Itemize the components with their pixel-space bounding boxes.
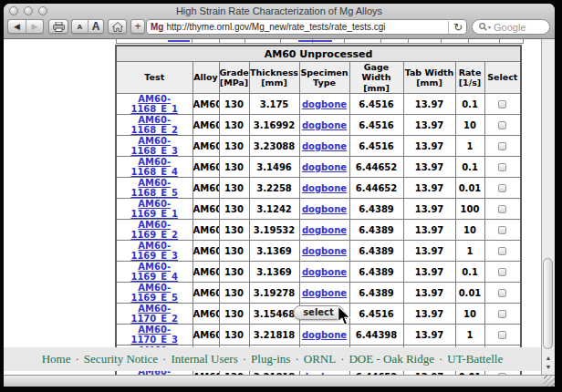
- alloy-cell: AM60: [193, 241, 219, 262]
- table-row: AM60-1168_E_2AM601303.16992dogbone6.4516…: [116, 115, 521, 136]
- test-link[interactable]: AM60-1168_E_3: [130, 136, 178, 156]
- footer-separator: ·: [76, 352, 79, 366]
- specimen-cell: dogbone: [299, 115, 349, 136]
- specimen-link[interactable]: dogbone: [302, 120, 347, 130]
- row-checkbox[interactable]: [498, 100, 506, 108]
- grade-cell: 130: [219, 220, 249, 241]
- test-link[interactable]: AM60-1168_E_5: [130, 178, 178, 198]
- footer-link-plug-ins[interactable]: Plug-ins: [251, 352, 290, 366]
- footer-link-internal-users[interactable]: Internal Users: [171, 352, 237, 366]
- specimen-link[interactable]: dogbone: [302, 288, 347, 298]
- row-checkbox[interactable]: [498, 310, 506, 318]
- test-cell: AM60-1168_E_1: [116, 94, 193, 115]
- specimen-link[interactable]: dogbone: [302, 141, 347, 151]
- row-checkbox[interactable]: [498, 142, 506, 150]
- thickness-cell: 3.19532: [249, 220, 299, 241]
- specimen-link[interactable]: dogbone: [302, 204, 347, 214]
- table-row: AM60-1168_E_1AM601303.175dogbone6.451613…: [116, 94, 521, 115]
- row-checkbox[interactable]: [498, 268, 506, 276]
- footer-link-ornl[interactable]: ORNL: [304, 352, 336, 366]
- row-checkbox[interactable]: [498, 247, 506, 255]
- footer-link-ut-battelle[interactable]: UT-Battelle: [447, 352, 503, 366]
- table-row: AM60-1170_E_3AM601303.21818dogbone6.4439…: [116, 325, 521, 346]
- specimen-link[interactable]: dogbone: [302, 330, 347, 340]
- scrollbar-thumb[interactable]: [543, 258, 553, 349]
- tab-width-cell: 13.97: [403, 283, 455, 304]
- minimize-button[interactable]: [24, 6, 33, 15]
- search-options-caret-icon[interactable]: ▾: [488, 24, 491, 30]
- specimen-link[interactable]: dogbone: [302, 162, 347, 172]
- test-cell: AM60-1169_E_1: [116, 199, 193, 220]
- back-button[interactable]: ◀: [7, 19, 26, 34]
- new-tab-button[interactable]: +: [130, 19, 145, 34]
- test-link[interactable]: AM60-1169_E_5: [130, 283, 178, 303]
- test-link[interactable]: AM60-1169_E_3: [130, 241, 178, 261]
- test-table-body: AM60-1168_E_1AM601303.175dogbone6.451613…: [116, 94, 521, 375]
- row-checkbox[interactable]: [498, 331, 506, 339]
- text-smaller-button[interactable]: A: [71, 19, 88, 34]
- test-link[interactable]: AM60-1168_E_2: [130, 115, 178, 135]
- test-cell: AM60-1169_E_5: [116, 283, 193, 304]
- specimen-link[interactable]: dogbone: [302, 99, 347, 109]
- row-checkbox[interactable]: [498, 163, 506, 171]
- page-content: AM60 Unprocessed TestAlloyGrade[MPa]Thic…: [4, 39, 541, 375]
- row-checkbox[interactable]: [498, 121, 506, 129]
- specimen-cell: dogbone: [299, 199, 349, 220]
- grade-cell: 130: [219, 304, 249, 325]
- close-button[interactable]: [9, 6, 18, 15]
- scroll-down-arrow-icon[interactable]: ▼: [542, 363, 555, 372]
- specimen-cell: dogbone: [299, 262, 349, 283]
- footer-link-doe-oak-ridge[interactable]: DOE - Oak Ridge: [349, 352, 434, 366]
- test-link[interactable]: AM60-1170_E_3: [130, 325, 178, 345]
- rate-cell: 0.01: [455, 283, 484, 304]
- tab-width-cell: 13.97: [403, 241, 455, 262]
- tab-width-cell: 13.97: [403, 157, 455, 178]
- table-row: AM60-1169_E_5AM601303.19278dogbone6.4389…: [116, 283, 521, 304]
- specimen-cell: dogbone: [299, 241, 349, 262]
- refresh-icon[interactable]: ↻: [448, 21, 463, 34]
- vertical-scrollbar[interactable]: ▲ ▼: [541, 39, 555, 375]
- test-link[interactable]: AM60-1168_E_4: [130, 157, 178, 177]
- window-chrome: High Strain Rate Characterization of Mg …: [4, 4, 555, 39]
- table-row: AM60-1169_E_1AM601303.1242dogbone6.43891…: [116, 199, 521, 220]
- specimen-link[interactable]: dogbone: [302, 225, 347, 235]
- test-cell: AM60-1168_E_5: [116, 178, 193, 199]
- gage-width-cell: 6.4516: [349, 304, 403, 325]
- scroll-up-arrow-icon[interactable]: ▲: [542, 354, 555, 363]
- footer-separator: ·: [295, 352, 298, 366]
- text-larger-button[interactable]: A: [88, 19, 104, 34]
- row-checkbox[interactable]: [498, 226, 506, 234]
- rate-cell: 1: [455, 241, 484, 262]
- tab-width-cell: 13.97: [403, 220, 455, 241]
- forward-button[interactable]: ▶: [26, 19, 44, 34]
- specimen-link[interactable]: dogbone: [302, 183, 347, 193]
- footer-separator: ·: [162, 352, 166, 366]
- home-button[interactable]: [108, 19, 127, 34]
- test-link[interactable]: AM60-1170_E_2: [130, 304, 178, 324]
- specimen-link[interactable]: dogbone: [302, 246, 347, 256]
- url-text: http://thyme.ornl.gov/Mg_new/rate_tests/…: [166, 22, 443, 32]
- search-input[interactable]: ▾ Google: [472, 19, 550, 35]
- rate-cell: 0.1: [455, 94, 484, 115]
- address-bar[interactable]: Mg http://thyme.ornl.gov/Mg_new/rate_tes…: [146, 19, 467, 35]
- specimen-link[interactable]: dogbone: [302, 267, 347, 277]
- test-link[interactable]: AM60-1169_E_1: [130, 199, 178, 219]
- footer-link-security-notice[interactable]: Security Notice: [84, 352, 158, 366]
- footer-link-home[interactable]: Home: [42, 352, 71, 366]
- zoom-button[interactable]: [38, 6, 47, 15]
- table-row: AM60-1168_E_4AM601303.1496dogbone6.44652…: [116, 157, 521, 178]
- test-link[interactable]: AM60-1169_E_2: [130, 220, 178, 240]
- test-cell: AM60-1169_E_4: [116, 262, 193, 283]
- test-cell: AM60-1168_E_3: [116, 136, 193, 157]
- test-link[interactable]: AM60-1169_E_4: [130, 262, 178, 282]
- resize-grip-icon[interactable]: [544, 376, 555, 387]
- browser-window: High Strain Rate Characterization of Mg …: [4, 4, 555, 387]
- gage-width-cell: 6.4389: [349, 262, 403, 283]
- clipped-link: [168, 40, 190, 42]
- row-checkbox[interactable]: [498, 184, 506, 192]
- test-link[interactable]: AM60-1168_E_1: [130, 94, 178, 114]
- grade-cell: 130: [219, 94, 249, 115]
- row-checkbox[interactable]: [498, 205, 506, 213]
- row-checkbox[interactable]: [498, 289, 506, 297]
- print-button[interactable]: [48, 19, 68, 34]
